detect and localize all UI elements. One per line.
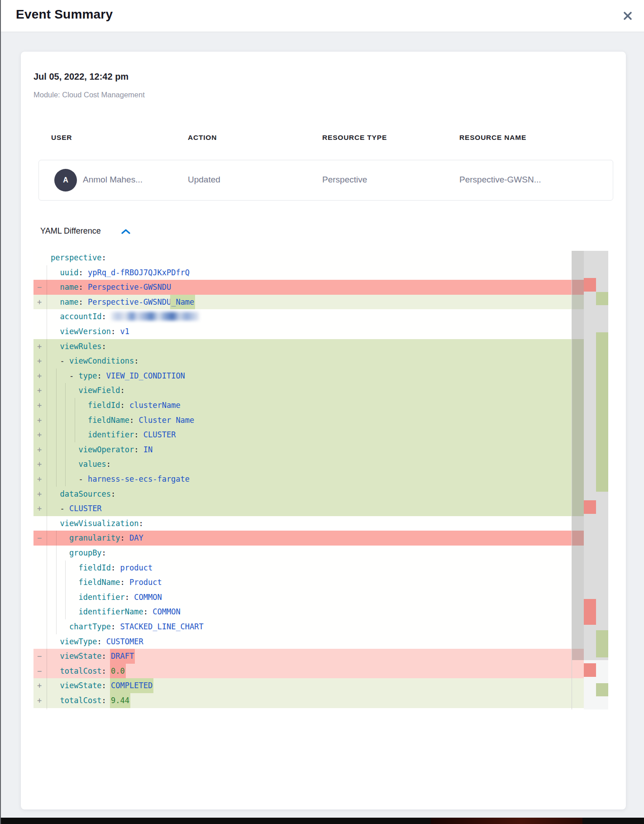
added-line-marker: + [37, 442, 42, 457]
yaml-diff-viewer[interactable]: perspective: uuid: ypRq_d-fRBOJ7QJKxPDfr… [33, 250, 608, 709]
diff-line: createdAt: 1657005121653 [33, 708, 584, 709]
diff-line: chartType: STACKED_LINE_CHART [33, 619, 584, 634]
ruler-added-mark [596, 630, 608, 657]
diff-line: + fieldName: Cluster Name [33, 413, 584, 428]
audit-row-user: Anmol Mahes... [83, 175, 143, 185]
yaml-difference-label: YAML Difference [40, 226, 101, 236]
indent-guide [65, 561, 66, 619]
audit-row-action: Updated [188, 175, 220, 185]
added-line-marker: + [37, 339, 42, 354]
diff-line: fieldName: Product [33, 575, 584, 590]
removed-line-marker: − [37, 664, 42, 679]
bottom-window-edge [1, 818, 644, 824]
added-line-marker: + [37, 487, 42, 502]
indent-guide [56, 369, 57, 487]
event-timestamp: Jul 05, 2022, 12:42 pm [33, 72, 129, 82]
indent-guide [56, 531, 57, 634]
ruler-removed-mark [584, 278, 596, 292]
diff-line: + - type: VIEW_ID_CONDITION [33, 369, 584, 383]
column-header: RESOURCE TYPE [322, 134, 387, 142]
diff-line: viewVisualization: [33, 516, 584, 531]
column-header: ACTION [188, 134, 217, 142]
added-line-marker: + [37, 472, 42, 487]
column-header: RESOURCE NAME [459, 134, 526, 142]
added-line-marker: + [37, 678, 42, 693]
removed-line-marker: − [37, 649, 42, 664]
removed-line-marker: − [37, 531, 42, 546]
diff-line: perspective: [33, 250, 584, 265]
event-summary-panel: Event Summary Jul 05, 2022, 12:42 pm Mod… [0, 0, 644, 824]
redacted-account-id [111, 312, 199, 321]
added-line-marker: + [37, 295, 42, 310]
ruler-removed-mark [584, 599, 596, 625]
page-title: Event Summary [16, 7, 113, 22]
diff-line: identifierName: COMMON [33, 604, 584, 619]
added-line-marker: + [37, 383, 42, 398]
close-icon[interactable] [621, 10, 634, 22]
diff-line: + - viewConditions: [33, 354, 584, 369]
diff-line: + - CLUSTER [33, 501, 584, 516]
panel-header: Event Summary [1, 0, 644, 32]
indent-guide [75, 398, 75, 442]
diff-line: + - harness-se-ecs-fargate [33, 472, 584, 487]
diff-line: + viewRules: [33, 339, 584, 354]
indent-guide [47, 265, 47, 709]
diff-line: + viewField: [33, 383, 584, 398]
scrollbar-thumb[interactable] [572, 251, 584, 660]
audit-row-resource-type: Perspective [322, 175, 367, 185]
ruler-removed-mark [584, 663, 596, 677]
event-module-label: Module: Cloud Cost Management [33, 91, 145, 99]
diff-line: uuid: ypRq_d-fRBOJ7QJKxPDfrQ [33, 265, 584, 280]
diff-line: + name: Perspective-GWSNDU_Name [33, 295, 584, 310]
audit-row-resource-name: Perspective-GWSN... [459, 175, 541, 185]
diff-line: viewType: CUSTOMER [33, 634, 584, 649]
diff-line: viewVersion: v1 [33, 324, 584, 339]
added-line-marker: + [37, 398, 42, 413]
diff-line: groupBy: [33, 546, 584, 561]
added-line-marker: + [37, 427, 42, 442]
diff-line: + viewState: COMPLETED [33, 678, 584, 693]
added-line-marker: + [37, 413, 42, 428]
added-line-marker: + [37, 693, 42, 708]
diff-line: identifier: COMMON [33, 590, 584, 605]
column-header: USER [51, 134, 72, 142]
diff-line: + dataSources: [33, 487, 584, 502]
diff-line: − granularity: DAY [33, 531, 584, 546]
diff-line: − totalCost: 0.0 [33, 664, 584, 679]
bottom-window-edge-segment [431, 818, 582, 824]
ruler-removed-mark [584, 500, 596, 514]
avatar: A [54, 169, 77, 192]
added-line-marker: + [37, 369, 42, 383]
diff-line: + totalCost: 9.44 [33, 693, 584, 708]
removed-line-marker: − [37, 280, 42, 295]
ruler-added-mark [596, 332, 608, 492]
added-line-marker: + [37, 354, 42, 369]
ruler-added-mark [596, 683, 608, 696]
diff-line: + identifier: CLUSTER [33, 427, 584, 442]
added-line-marker: + [37, 457, 42, 472]
diff-line: − viewState: DRAFT [33, 649, 584, 664]
diff-line: + values: [33, 457, 584, 472]
chevron-up-icon[interactable] [121, 228, 131, 237]
diff-line: fieldId: product [33, 561, 584, 575]
indent-guide [65, 383, 66, 486]
diff-line: + viewOperator: IN [33, 442, 584, 457]
diff-line: + fieldId: clusterName [33, 398, 584, 413]
ruler-added-mark [596, 292, 608, 305]
diff-line: − name: Perspective-GWSNDU [33, 280, 584, 295]
added-line-marker: + [37, 501, 42, 516]
diff-line: accountId: [33, 309, 584, 324]
